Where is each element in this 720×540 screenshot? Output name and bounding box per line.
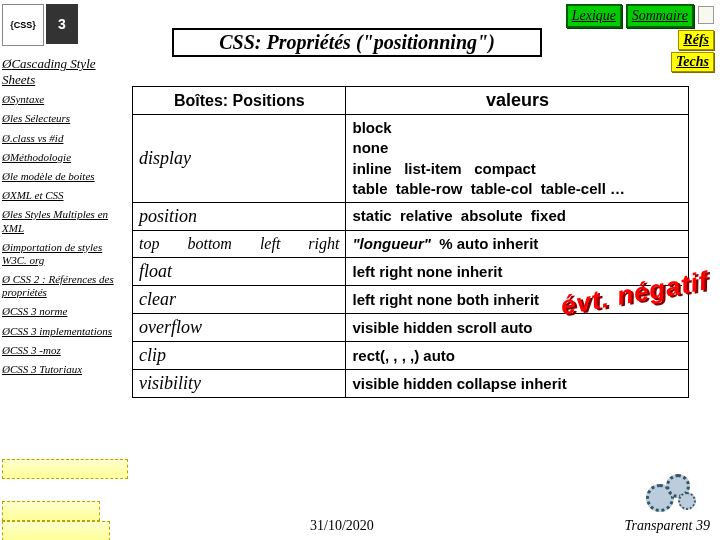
- footer-page: Transparent 39: [625, 518, 710, 534]
- sidebar: Cascading Style SheetsSyntaxeles Sélecte…: [2, 50, 128, 382]
- css-logo-icon: {CSS}: [2, 4, 44, 46]
- table-row: positionstatic relative absolute fixed: [133, 203, 689, 231]
- property-cell: clear: [133, 286, 346, 314]
- corner-box-icon: [698, 6, 714, 24]
- sidebar-item[interactable]: les Styles Multiples en XML: [2, 208, 128, 234]
- property-cell: clip: [133, 342, 346, 370]
- property-cell: float: [133, 258, 346, 286]
- sidebar-item[interactable]: le modèle de boites: [2, 170, 128, 183]
- sidebar-item[interactable]: Syntaxe: [2, 93, 128, 106]
- table-row: visibilityvisible hidden collapse inheri…: [133, 370, 689, 398]
- sidebar-item[interactable]: CSS 3 norme: [2, 305, 128, 318]
- highlight-row: [2, 501, 100, 521]
- value-cell: visible hidden scroll auto: [346, 314, 689, 342]
- value-cell: "longueur" % auto inherit: [346, 231, 689, 258]
- table-row: displayblocknoneinline list-item compact…: [133, 115, 689, 203]
- value-cell: visible hidden collapse inherit: [346, 370, 689, 398]
- sidebar-item[interactable]: importation de styles W3C. org: [2, 241, 128, 267]
- sidebar-item[interactable]: les Sélecteurs: [2, 112, 128, 125]
- table-row: floatleft right none inherit: [133, 258, 689, 286]
- property-cell: topbottomleftright: [133, 231, 346, 258]
- sidebar-item[interactable]: CSS 3 Tutoriaux: [2, 363, 128, 376]
- footer-date: 31/10/2020: [310, 518, 374, 534]
- table-row: cliprect(, , , ,) auto: [133, 342, 689, 370]
- property-cell: visibility: [133, 370, 346, 398]
- property-cell: display: [133, 115, 346, 203]
- table-row: topbottomleftright"longueur" % auto inhe…: [133, 231, 689, 258]
- highlight-row: [2, 521, 110, 540]
- css3-shield-icon: 3: [46, 4, 78, 44]
- property-cell: position: [133, 203, 346, 231]
- sommaire-button[interactable]: Sommaire: [626, 4, 694, 28]
- sidebar-item[interactable]: CSS 3 -moz: [2, 344, 128, 357]
- property-cell: overflow: [133, 314, 346, 342]
- techs-button[interactable]: Techs: [671, 52, 714, 72]
- value-cell: blocknoneinline list-item compacttable t…: [346, 115, 689, 203]
- page-title: CSS: Propriétés ("positionning"): [172, 28, 542, 57]
- sidebar-item[interactable]: .class vs #id: [2, 132, 128, 145]
- col-header-values: valeurs: [346, 87, 689, 115]
- gears-icon: [644, 472, 700, 512]
- value-cell: static relative absolute fixed: [346, 203, 689, 231]
- col-header-property: Boîtes: Positions: [133, 87, 346, 115]
- sidebar-item[interactable]: CSS 2 : Références des propriétés: [2, 273, 128, 299]
- sidebar-item[interactable]: Cascading Style Sheets: [2, 56, 128, 87]
- value-cell: rect(, , , ,) auto: [346, 342, 689, 370]
- refs-button[interactable]: Réfs: [678, 30, 714, 50]
- table-row: overflowvisible hidden scroll auto: [133, 314, 689, 342]
- sidebar-item[interactable]: CSS 3 implementations: [2, 325, 128, 338]
- highlight-row: [2, 459, 128, 479]
- sidebar-item[interactable]: XML et CSS: [2, 189, 128, 202]
- properties-table: Boîtes: Positions valeurs displayblockno…: [132, 86, 689, 398]
- lexique-button[interactable]: Lexique: [566, 4, 622, 28]
- sidebar-item[interactable]: Méthodologie: [2, 151, 128, 164]
- logo-area: {CSS} 3: [2, 4, 122, 50]
